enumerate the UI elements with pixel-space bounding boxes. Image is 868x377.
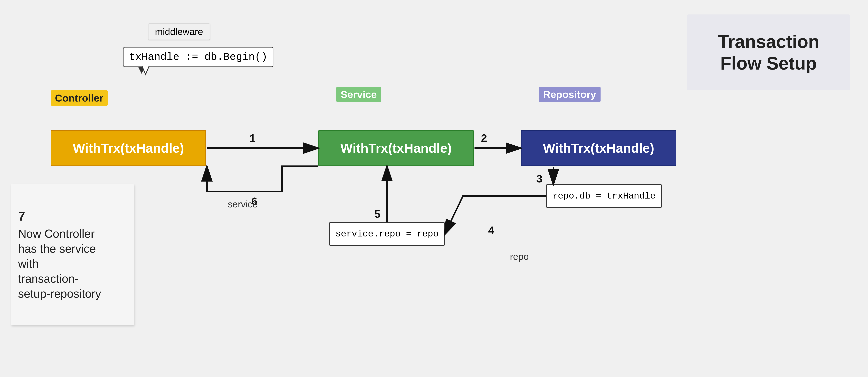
note-box: 7 Now Controller has the service with tr… <box>11 184 134 325</box>
step-2-label: 2 <box>481 132 487 144</box>
title-box: Transaction Flow Setup <box>687 14 850 90</box>
controller-component-box: WithTrx(txHandle) <box>51 130 206 166</box>
step-5-label: 5 <box>374 208 380 220</box>
service-component-box: WithTrx(txHandle) <box>318 130 474 166</box>
middleware-label: middleware <box>148 24 210 40</box>
repository-label-tag: Repository <box>539 87 600 102</box>
step7-note-label: 7 <box>18 208 25 225</box>
arrow-service-label: service <box>228 199 258 210</box>
code-box-service-repo: service.repo = repo <box>329 222 445 246</box>
service-label-tag: Service <box>336 87 381 102</box>
code-box-repo-db: repo.db = trxHandle <box>546 184 662 208</box>
step-4-label: 4 <box>488 224 494 236</box>
step-1-label: 1 <box>250 132 255 144</box>
speech-bubble-container: txHandle := db.Begin() <box>123 47 273 67</box>
speech-bubble: txHandle := db.Begin() <box>123 47 273 67</box>
step-3-label: 3 <box>536 173 542 185</box>
note-text: Now Controller has the service with tran… <box>18 226 101 302</box>
controller-label-tag: Controller <box>51 90 108 106</box>
arrow-repo-label: repo <box>510 251 529 262</box>
repository-component-box: WithTrx(txHandle) <box>521 130 676 166</box>
title-text: Transaction Flow Setup <box>718 31 819 74</box>
